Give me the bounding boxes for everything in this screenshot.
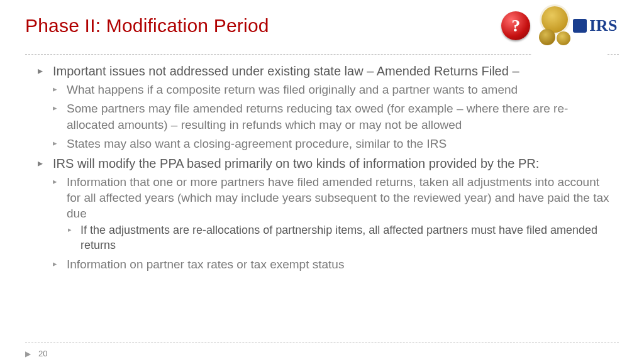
title-divider xyxy=(25,54,619,55)
bullet-text: What happens if a composite return was f… xyxy=(67,83,518,96)
header-badges: ? IRS xyxy=(501,6,618,45)
irs-logo: IRS xyxy=(539,6,618,45)
bullet-l1: Important issues not addressed under exi… xyxy=(38,63,614,151)
bullet-l2: What happens if a composite return was f… xyxy=(53,82,614,97)
slide: Phase II: Modification Period ? IRS Impo… xyxy=(0,0,644,362)
bullet-text: If the adjustments are re-allocations of… xyxy=(80,224,597,251)
bullet-text: Some partners may file amended returns r… xyxy=(67,102,568,131)
help-icon: ? xyxy=(501,11,530,40)
bullet-l1: IRS will modify the PPA based primarily … xyxy=(38,155,614,272)
slide-body: Important issues not addressed under exi… xyxy=(0,54,644,272)
bullet-text: Information on partner tax rates or tax … xyxy=(67,258,344,271)
bullet-text: States may also want a closing-agreement… xyxy=(67,137,447,150)
bullet-text: Information that one or more partners ha… xyxy=(67,175,609,220)
footer-marker-icon: ▶ xyxy=(25,349,31,358)
bullet-l2: States may also want a closing-agreement… xyxy=(53,136,614,151)
gears-icon xyxy=(539,6,572,45)
bullet-text: IRS will modify the PPA based primarily … xyxy=(53,156,539,170)
bullet-l2: Information on partner tax rates or tax … xyxy=(53,256,614,272)
bullet-l2: Information that one or more partners ha… xyxy=(53,174,614,253)
bullet-l3: If the adjustments are re-allocations of… xyxy=(67,223,614,253)
slide-footer: ▶ 20 xyxy=(25,349,47,358)
irs-eagle-icon xyxy=(573,19,587,33)
page-number: 20 xyxy=(38,349,47,358)
irs-text: IRS xyxy=(589,16,618,35)
bullet-l2: Some partners may file amended returns r… xyxy=(53,101,614,132)
bullet-text: Important issues not addressed under exi… xyxy=(53,64,519,78)
slide-header: Phase II: Modification Period ? IRS xyxy=(0,0,644,54)
irs-label: IRS xyxy=(573,16,618,35)
footer-divider xyxy=(25,343,619,343)
